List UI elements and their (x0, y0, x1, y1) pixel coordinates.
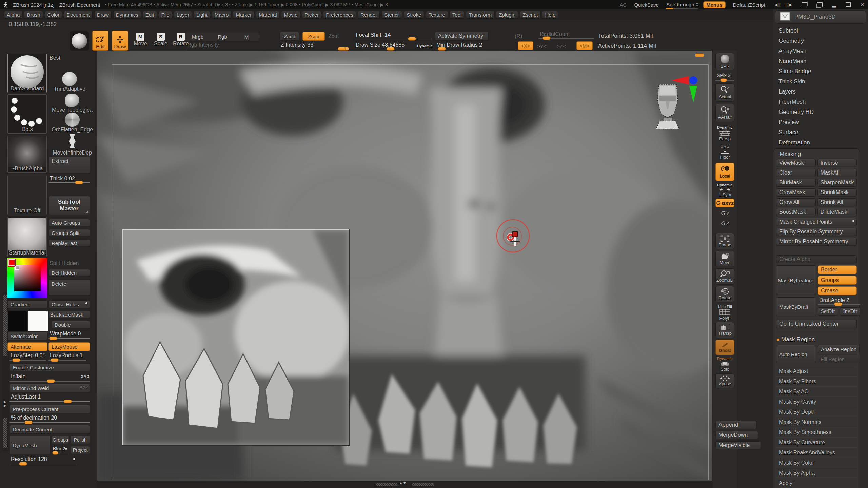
menu-item[interactable]: Help (542, 11, 558, 19)
zoom3d-button[interactable]: Zoom3D (715, 268, 734, 285)
menu-item[interactable]: Tool (450, 11, 465, 19)
mirror-xyz-toggle[interactable]: x y z (80, 385, 88, 389)
resolution-knob[interactable] (19, 462, 27, 466)
mask-by-row[interactable]: Mask By Fibers (776, 377, 857, 387)
sv-cursor[interactable] (15, 266, 19, 270)
lazy-mouse-button[interactable]: LazyMouse (48, 342, 90, 351)
masking-button[interactable]: Mask Changed Points (776, 218, 857, 226)
radial-count-slider[interactable]: RadialCount (538, 31, 594, 40)
min-draw-radius-knob[interactable] (438, 47, 446, 51)
mask-by-row[interactable]: Mask PeaksAndValleys (776, 448, 857, 458)
zsub-button[interactable]: Zsub (302, 32, 325, 41)
palette-section-header[interactable]: Preview (773, 117, 868, 127)
menu-item[interactable]: File (159, 11, 172, 19)
current-tool-button[interactable]: PM3D_Plane3D (775, 10, 866, 24)
gxyz-button[interactable]: GXYZ (715, 199, 734, 207)
floor-button[interactable]: x y z Floor (715, 144, 734, 160)
merge-visible-button[interactable]: MergeVisible (715, 441, 761, 449)
brush-damstandard[interactable]: DamStandard (7, 54, 47, 93)
lsym-button[interactable]: L.Sym (715, 187, 734, 198)
resolution-slider[interactable]: Resolution 128 (9, 456, 77, 466)
minimize-button[interactable]: ▂ (832, 2, 836, 8)
masking-button[interactable]: GrowMask (776, 188, 816, 197)
menu-item[interactable]: Stencil (381, 11, 402, 19)
thick-knob[interactable] (75, 181, 83, 184)
dynamesh-polish-button[interactable]: Polish (71, 436, 90, 444)
preprocess-current-button[interactable]: Pre-process Current (9, 405, 90, 413)
menu-item[interactable]: Document (64, 11, 92, 19)
masking-button[interactable]: ShrinkMask (817, 188, 857, 197)
replay-last-button[interactable]: ReplayLast (48, 239, 90, 247)
canvas-area[interactable] (97, 51, 712, 481)
menu-item[interactable]: Macro (212, 11, 232, 19)
backface-mask-button[interactable]: BackfaceMask (48, 310, 90, 319)
tile-windows-icon[interactable] (802, 2, 807, 7)
restore-button[interactable] (846, 2, 851, 7)
masking-button[interactable]: Grow All (776, 198, 816, 206)
decimation-percent-knob[interactable] (24, 421, 33, 424)
mrgb-button[interactable]: Mrgb (185, 33, 210, 41)
menu-item[interactable]: Movie (281, 11, 300, 19)
masking-button[interactable]: SharpenMask (817, 179, 857, 187)
mask-by-row[interactable]: Mask By Curvature (776, 438, 857, 448)
analyze-region-button[interactable]: Analyze Region (818, 345, 860, 353)
symmetry-m-button[interactable]: >M< (576, 41, 593, 50)
menu-item[interactable]: Render (358, 11, 380, 19)
lazy-step-knob[interactable] (12, 358, 20, 362)
brush-move-topological[interactable]: Move Topologica (50, 94, 95, 113)
r-symmetry-label[interactable]: (R) (515, 33, 522, 39)
see-through-slider[interactable]: See-through 0 (666, 2, 698, 8)
create-alpha-button[interactable]: Create Alpha (776, 255, 857, 263)
decimation-percent-slider[interactable]: % of decimation 20 (9, 415, 90, 424)
texture-off-thumb[interactable]: Texture Off (7, 175, 47, 215)
main-color-swatch[interactable] (7, 311, 27, 331)
ghost-button[interactable]: Ghost (715, 340, 734, 355)
palette-section-header[interactable]: Layers (773, 87, 868, 97)
transparency-button[interactable]: Transp (715, 322, 734, 338)
dynamesh-project-button[interactable]: Project (71, 446, 90, 454)
masking-button[interactable]: BlurMask (776, 179, 816, 187)
mirror-and-weld-button[interactable]: Mirror And Weld x y z (9, 384, 90, 392)
aahalf-button[interactable]: AAHalf (715, 104, 734, 122)
cascade-windows-icon[interactable] (817, 2, 823, 7)
palette-section-header[interactable]: Geometry HD (773, 107, 868, 117)
draft-angle-knob[interactable] (834, 302, 842, 306)
menu-item[interactable]: Stroke (404, 11, 424, 19)
startup-material-thumb[interactable]: StartupMaterial (7, 217, 47, 257)
del-hidden-button[interactable]: Del Hidden (48, 269, 90, 277)
color-picker[interactable] (7, 258, 47, 298)
dynamic-drawsize-label[interactable]: Dynamic (417, 44, 433, 48)
lazy-radius-slider[interactable]: LazyRadius 1 (48, 352, 86, 362)
draft-angle-slider[interactable]: DraftAngle 2 (818, 297, 860, 306)
switch-color-button[interactable]: SwitchColor (7, 332, 47, 340)
menu-item[interactable]: Light (194, 11, 210, 19)
quicksave-button[interactable]: QuickSave (631, 2, 662, 8)
menu-item[interactable]: Brush (24, 11, 43, 19)
focal-shift-slider[interactable]: Focal Shift -14 (354, 32, 432, 41)
set-dir-button[interactable]: SetDir (818, 307, 838, 316)
timeline-marker[interactable] (695, 54, 704, 57)
brush-dots[interactable]: Dots (7, 94, 47, 134)
feature-border-toggle[interactable]: Border (818, 265, 857, 274)
palette-section-header[interactable]: Surface (773, 127, 868, 138)
scale-button[interactable]: S Scale (153, 33, 168, 47)
inflate-knob[interactable] (47, 379, 55, 383)
move-button[interactable]: M Move (133, 33, 148, 47)
palette-section-header[interactable]: FiberMesh (773, 97, 868, 107)
groups-split-button[interactable]: Groups Split (48, 229, 90, 237)
dynamesh-button[interactable]: DynaMesh (9, 436, 50, 455)
solo-button[interactable]: Solo (715, 361, 734, 373)
mask-region-header[interactable]: Mask Region (776, 333, 857, 343)
frame-button[interactable]: Frame (715, 233, 734, 249)
adjust-last-knob[interactable] (64, 400, 72, 403)
perspective-button[interactable]: Dynamic Persp (715, 123, 734, 143)
spix-knob[interactable] (720, 78, 727, 82)
subtool-master-button[interactable]: SubToolMaster (48, 196, 90, 215)
masking-button[interactable]: MaskAll (817, 169, 857, 177)
focal-shift-knob[interactable] (408, 37, 416, 41)
double-button[interactable]: Double (52, 321, 90, 329)
menu-item[interactable]: Transform (466, 11, 494, 19)
masking-title[interactable]: Masking (776, 151, 857, 158)
polyframe-button[interactable]: Line Fill PolyF (715, 304, 734, 321)
wrap-mode-knob[interactable] (49, 337, 57, 340)
